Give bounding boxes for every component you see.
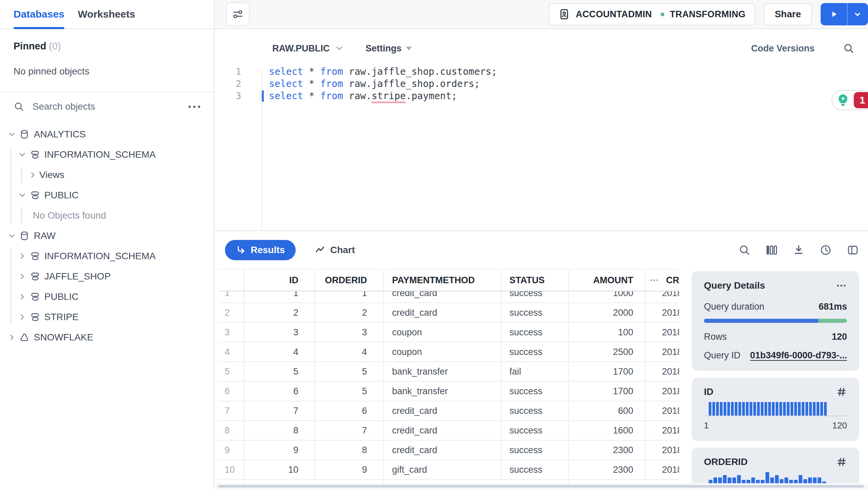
cell[interactable]: 9 — [244, 441, 315, 460]
cell[interactable]: fail — [501, 362, 569, 381]
cell[interactable]: 100 — [569, 323, 646, 342]
chevron-down-icon[interactable] — [17, 191, 27, 200]
tree-item-information-schema[interactable]: INFORMATION_SCHEMA — [0, 246, 214, 266]
tree-item-snowflake[interactable]: SNOWFLAKE — [0, 327, 214, 348]
cell[interactable]: 10 — [244, 460, 315, 479]
column-header-amount[interactable]: AMOUNT — [569, 270, 646, 291]
cell[interactable]: 2018 — [646, 342, 679, 361]
cell[interactable]: 2018 — [646, 441, 679, 460]
cell[interactable]: credit_card — [384, 441, 501, 460]
chevron-right-icon[interactable] — [7, 333, 17, 342]
row-number[interactable]: 7 — [219, 401, 244, 420]
cell[interactable]: 6 — [315, 401, 384, 420]
share-button[interactable]: Share — [764, 3, 812, 25]
tab-results[interactable]: Results — [225, 240, 296, 260]
cell[interactable]: 2018 — [646, 421, 679, 440]
cell[interactable]: credit_card — [384, 421, 501, 440]
scrollbar-thumb[interactable] — [218, 485, 864, 488]
chevron-right-icon[interactable] — [17, 272, 27, 281]
row-number[interactable]: 8 — [219, 421, 244, 440]
column-header-paymentmethod[interactable]: PAYMENTMETHOD — [384, 270, 501, 291]
cell[interactable]: success — [501, 303, 569, 322]
row-number[interactable]: 10 — [219, 460, 244, 479]
chevron-right-icon[interactable] — [17, 292, 27, 301]
tab-databases[interactable]: Databases — [14, 0, 64, 28]
cell[interactable]: 9 — [315, 460, 384, 479]
cell[interactable]: 2018 — [646, 362, 679, 381]
numeric-hash-icon[interactable] — [836, 386, 847, 397]
cell[interactable]: 2018 — [646, 382, 679, 401]
cell[interactable]: credit_card — [384, 291, 501, 303]
cell[interactable]: 5 — [244, 362, 315, 381]
cell[interactable]: 2 — [315, 303, 384, 322]
history-clock-icon[interactable] — [820, 244, 832, 256]
cell[interactable]: success — [501, 342, 569, 361]
column-header-orderid[interactable]: ORDERID — [315, 270, 384, 291]
tree-item-information-schema[interactable]: INFORMATION_SCHEMA — [0, 144, 214, 165]
chevron-down-icon[interactable] — [7, 130, 17, 139]
search-results-icon[interactable] — [738, 244, 751, 256]
code-line-2[interactable]: 2select * from raw.jaffle_shop.orders; — [214, 78, 868, 90]
cell[interactable]: gift_card — [384, 460, 501, 479]
cell[interactable]: success — [501, 323, 569, 342]
cell[interactable]: 2018 — [646, 303, 679, 322]
code-area[interactable]: 1select * from raw.jaffle_shop.customers… — [214, 66, 868, 102]
row-number[interactable]: 1 — [219, 291, 244, 303]
cell[interactable]: credit_card — [384, 401, 501, 420]
run-query-button[interactable] — [821, 3, 847, 25]
row-number[interactable]: 9 — [219, 441, 244, 460]
cell[interactable]: 2500 — [569, 342, 646, 361]
cell[interactable]: 4 — [315, 342, 384, 361]
query-id-link[interactable]: 01b349f6-0000-d793-... — [750, 350, 847, 361]
cell[interactable]: 3 — [315, 323, 384, 342]
row-number[interactable]: 2 — [219, 303, 244, 322]
chevron-down-icon[interactable] — [17, 150, 27, 159]
cell[interactable]: 4 — [244, 342, 315, 361]
cell[interactable]: 7 — [244, 401, 315, 420]
tree-item-jaffle-shop[interactable]: JAFFLE_SHOP — [0, 266, 214, 287]
cell[interactable]: coupon — [384, 342, 501, 361]
cell[interactable]: 600 — [569, 401, 646, 420]
row-number[interactable]: 4 — [219, 342, 244, 361]
cell[interactable]: success — [501, 401, 569, 420]
numeric-hash-icon[interactable] — [836, 456, 847, 467]
cell[interactable]: 2018 — [646, 323, 679, 342]
cell[interactable]: coupon — [384, 323, 501, 342]
copilot-suggestions-pill[interactable]: 1 — [831, 90, 868, 110]
code-versions-button[interactable]: Code Versions — [751, 43, 815, 54]
editor-search-icon[interactable] — [843, 43, 854, 54]
tree-item-public[interactable]: PUBLIC — [0, 287, 214, 307]
tab-chart[interactable]: Chart — [315, 245, 355, 255]
chevron-down-icon[interactable] — [7, 231, 17, 240]
search-objects-input[interactable]: Search objects — [0, 92, 214, 121]
tree-item-public[interactable]: PUBLIC — [0, 185, 214, 205]
worksheet-config-button[interactable] — [226, 2, 250, 26]
cell[interactable]: 5 — [315, 362, 384, 381]
column-header-id[interactable]: ID — [244, 270, 315, 291]
cell[interactable]: 2018 — [646, 291, 679, 303]
cell[interactable]: bank_transfer — [384, 382, 501, 401]
row-number[interactable]: 5 — [219, 362, 244, 381]
column-header-status[interactable]: STATUS — [501, 270, 569, 291]
cell[interactable]: 1 — [315, 291, 384, 303]
cell[interactable]: 2300 — [569, 460, 646, 479]
cell[interactable]: 1000 — [569, 291, 646, 303]
tree-item-analytics[interactable]: ANALYTICS — [0, 124, 214, 144]
split-panel-icon[interactable] — [847, 244, 859, 256]
code-line-1[interactable]: 1select * from raw.jaffle_shop.customers… — [214, 66, 868, 78]
cell[interactable]: 8 — [244, 421, 315, 440]
run-options-button[interactable] — [847, 3, 867, 25]
tree-item-views[interactable]: Views — [0, 165, 214, 185]
chevron-right-icon[interactable] — [28, 171, 38, 179]
cell[interactable]: 1600 — [569, 421, 646, 440]
tree-item-raw[interactable]: RAW — [0, 226, 214, 246]
cell[interactable]: 2300 — [569, 441, 646, 460]
cell[interactable]: 8 — [315, 441, 384, 460]
row-number[interactable]: 3 — [219, 323, 244, 342]
cell[interactable]: success — [501, 421, 569, 440]
cell[interactable]: 2 — [244, 303, 315, 322]
cell[interactable]: success — [501, 441, 569, 460]
cell[interactable]: 5 — [315, 382, 384, 401]
cell[interactable]: 1700 — [569, 362, 646, 381]
settings-dropdown[interactable]: Settings — [366, 43, 412, 54]
